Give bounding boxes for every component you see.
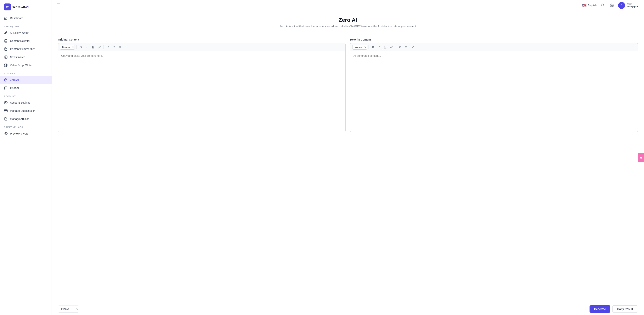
sidebar-item-label: Manage Articles	[10, 117, 29, 120]
unordered-list-button-original[interactable]	[112, 44, 117, 50]
svg-point-11	[6, 102, 6, 103]
copy-result-button[interactable]: Copy Result	[612, 305, 638, 313]
section-label-app-square: APP SQUARE	[0, 22, 52, 29]
sidebar-item-content-summarizer[interactable]: Content Summarizer	[0, 45, 52, 53]
page-title: Zero AI	[58, 17, 638, 23]
sidebar-item-label: News Writer	[10, 56, 25, 59]
link-button-rewrite[interactable]	[389, 44, 394, 50]
user-area[interactable]: J [User] jonnyquan	[618, 2, 639, 9]
generate-button[interactable]: Generate	[590, 305, 610, 313]
underline-button-rewrite[interactable]: U	[383, 44, 388, 50]
original-content-input[interactable]	[58, 51, 346, 132]
user-avatar: J	[618, 2, 625, 9]
section-label-creative-labs: CREATIVE LABS	[0, 123, 52, 129]
sidebar-item-ai-essay-writer[interactable]: AI Essay Writer	[0, 29, 52, 37]
clear-format-button-rewrite[interactable]	[410, 44, 415, 50]
original-format-select[interactable]: Normal	[60, 45, 75, 50]
bold-button-original[interactable]: B	[78, 44, 84, 50]
sidebar-item-manage-articles[interactable]: Manage Articles	[0, 115, 52, 123]
sidebar-item-preview-vote[interactable]: Preview & Vote	[0, 129, 52, 138]
logo-text: WriteGo.AI	[12, 5, 29, 9]
sidebar-item-news-writer[interactable]: News Writer	[0, 53, 52, 61]
rewrite-format-select[interactable]: Normal	[352, 45, 367, 50]
plan-select[interactable]: Plan A Plan B Plan C	[58, 306, 79, 313]
svg-point-25	[113, 47, 114, 47]
page-subtitle: Zero AI is a tool that uses the most adv…	[58, 25, 638, 28]
sidebar-item-account-settings[interactable]: Account Settings	[0, 99, 52, 107]
logo-area: W WriteGo.AI	[0, 0, 52, 14]
logo[interactable]: W WriteGo.AI	[4, 3, 48, 10]
svg-point-24	[113, 46, 114, 47]
ordered-list-button-rewrite[interactable]	[398, 44, 403, 50]
bold-button-rewrite[interactable]: B	[370, 44, 376, 50]
rewrite-content-panel: Rewrite Content Normal B I U	[350, 38, 638, 132]
link-button-original[interactable]	[96, 44, 102, 50]
svg-point-17	[612, 5, 612, 6]
card-icon	[4, 109, 8, 113]
main-area: 🇺🇸 English J [User] jonnyquan Zero AI Ze…	[52, 0, 644, 315]
sidebar-item-label: Video Script Writer	[10, 64, 32, 67]
unordered-list-button-rewrite[interactable]	[404, 44, 409, 50]
sidebar-item-video-script-writer[interactable]: Video Script Writer	[0, 61, 52, 69]
bottom-bar: Plan A Plan B Plan C Generate Copy Resul…	[52, 303, 644, 315]
sidebar-item-label: Dashboard	[10, 16, 23, 20]
user-role: [User]	[626, 3, 639, 5]
sidebar-item-dashboard[interactable]: Dashboard	[0, 14, 52, 22]
file-icon	[4, 47, 8, 51]
file2-icon	[4, 117, 8, 121]
gear-icon	[4, 101, 8, 105]
user-info: [User] jonnyquan	[626, 3, 639, 8]
flag-icon: 🇺🇸	[582, 3, 586, 7]
svg-point-14	[6, 133, 6, 134]
toolbar-sep-1	[76, 45, 76, 49]
box-icon	[4, 78, 8, 82]
sidebar-item-label: Chat AI	[10, 86, 19, 90]
svg-point-38	[405, 48, 406, 48]
editors-row: Original Content Normal B I U	[58, 38, 638, 132]
book-icon	[4, 39, 8, 43]
topbar-left	[56, 3, 61, 8]
username: jonnyquan	[626, 5, 639, 8]
ordered-list-button-original[interactable]	[105, 44, 111, 50]
original-content-panel: Original Content Normal B I U	[58, 38, 346, 132]
original-content-toolbar: Normal B I U	[58, 43, 346, 51]
section-label-ai-tools: AI TOOLS	[0, 69, 52, 76]
eye-icon	[4, 132, 8, 135]
sidebar-item-zero-ai[interactable]: Zero AI	[0, 76, 52, 84]
toolbar-sep-4	[396, 45, 396, 49]
svg-point-37	[405, 47, 406, 47]
section-label-account: ACCOUNT	[0, 92, 52, 99]
chat-icon	[4, 86, 8, 90]
plan-select-wrapper: Plan A Plan B Plan C	[58, 306, 79, 313]
sidebar-item-label: Zero AI	[10, 78, 19, 81]
italic-button-original[interactable]: I	[84, 44, 90, 50]
sidebar-item-chat-ai[interactable]: Chat AI	[0, 84, 52, 92]
video-icon	[4, 63, 8, 67]
sidebar-item-label: Manage Subscription	[10, 109, 36, 112]
sidebar-item-label: Account Settings	[10, 101, 30, 104]
content-area: Zero AI Zero AI is a tool that uses the …	[52, 11, 644, 315]
italic-button-rewrite[interactable]: I	[376, 44, 382, 50]
toolbar-sep-2	[104, 45, 104, 49]
floating-feedback-button[interactable]	[638, 153, 644, 162]
language-selector[interactable]: 🇺🇸 English	[582, 3, 596, 7]
sidebar-item-manage-subscription[interactable]: Manage Subscription	[0, 107, 52, 115]
bottom-actions: Generate Copy Result	[590, 305, 638, 313]
pen-icon	[4, 31, 8, 35]
menu-icon[interactable]	[56, 3, 61, 8]
divider	[58, 33, 638, 33]
topbar-right: 🇺🇸 English J [User] jonnyquan	[582, 2, 639, 9]
clear-format-button-original[interactable]	[118, 44, 123, 50]
settings-icon[interactable]	[609, 2, 615, 8]
original-content-label: Original Content	[58, 38, 346, 41]
notification-icon[interactable]	[600, 2, 606, 8]
sidebar-item-content-rewriter[interactable]: Content Rewriter	[0, 37, 52, 45]
sidebar-item-label: AI Essay Writer	[10, 31, 28, 34]
sidebar: W WriteGo.AI Dashboard APP SQUARE AI Ess…	[0, 0, 52, 315]
sidebar-item-label: Content Rewriter	[10, 39, 30, 42]
rewrite-content-output[interactable]	[350, 51, 638, 132]
page-title-section: Zero AI Zero AI is a tool that uses the …	[58, 17, 638, 28]
sidebar-item-label: Content Summarizer	[10, 47, 35, 50]
language-label: English	[588, 4, 596, 7]
underline-button-original[interactable]: U	[90, 44, 96, 50]
